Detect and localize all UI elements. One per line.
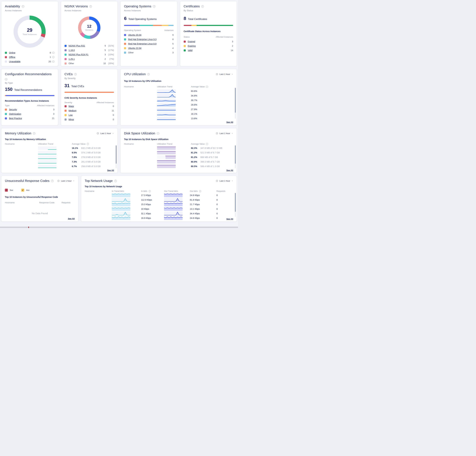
memory-average-percent: 9.5% xyxy=(72,151,81,154)
legend-item: NGINX Plus R31 9 (31%) xyxy=(65,44,114,48)
nginx-versions-legend: NGINX Plus R31 9 (31%) 1.18.0 5 (17%) NG… xyxy=(65,44,114,66)
info-icon[interactable] xyxy=(114,180,117,182)
info-icon[interactable] xyxy=(206,86,208,88)
requests-value: 0 xyxy=(216,208,233,210)
versions-total: 12 xyxy=(87,24,92,28)
info-icon[interactable] xyxy=(201,5,204,8)
info-icon[interactable] xyxy=(51,180,53,182)
in-trend-sparkline xyxy=(112,207,130,211)
5xx-checkbox[interactable] xyxy=(5,189,8,192)
version-count: 2 xyxy=(104,58,106,60)
color-swatch xyxy=(65,110,67,112)
info-icon[interactable] xyxy=(52,52,54,54)
responses-col-hostname: Hostname xyxy=(5,201,39,204)
os-list: Ubuntu 20.04 9 Red Hat Enterprise Linux … xyxy=(124,33,174,55)
memory-see-all-link[interactable]: See All xyxy=(107,169,114,171)
medium-link[interactable]: Medium xyxy=(69,109,76,112)
in-trend-sparkline xyxy=(112,203,130,206)
info-icon[interactable] xyxy=(206,143,208,145)
time-range-dropdown[interactable]: Last 1 hour xyxy=(216,132,233,135)
responses-section-title: Top 10 Instances by Unsuccessful Respons… xyxy=(5,196,75,198)
info-icon[interactable] xyxy=(52,60,54,63)
expired-link[interactable]: Expired xyxy=(188,40,195,43)
info-icon[interactable] xyxy=(157,132,159,135)
minor-link[interactable]: Minor xyxy=(69,118,74,121)
security-link[interactable]: Security xyxy=(9,108,17,111)
low-link[interactable]: Low xyxy=(69,114,73,116)
info-icon[interactable] xyxy=(22,5,24,8)
responses-see-all-link[interactable]: See All xyxy=(68,218,75,220)
disk-see-all-link[interactable]: See All xyxy=(226,169,233,171)
availability-donut-chart[interactable]: 29 Total Instances xyxy=(14,16,46,48)
clock-icon xyxy=(216,132,218,135)
info-icon[interactable] xyxy=(87,143,89,145)
vertical-scrollbar-thumb[interactable] xyxy=(116,145,117,164)
info-icon[interactable] xyxy=(147,73,150,76)
expiring-link[interactable]: Expiring xyxy=(188,45,196,47)
recommendation-row: Best Practice 21 xyxy=(5,116,54,120)
config-recs-table-header: Type Affected Instances xyxy=(5,104,54,107)
time-range-dropdown[interactable]: Last 1 hour xyxy=(216,180,233,182)
nginx-versions-donut-chart[interactable]: 12 Versions xyxy=(78,17,101,39)
color-swatch xyxy=(65,58,67,60)
info-icon[interactable] xyxy=(153,5,155,8)
vertical-scrollbar-thumb[interactable] xyxy=(235,193,236,212)
online-link[interactable]: Online xyxy=(9,51,15,54)
memory-row: 7.3% 281.6 MB of 3.8 GB xyxy=(5,159,114,164)
info-icon[interactable] xyxy=(89,5,92,8)
optimization-link[interactable]: Optimization xyxy=(9,113,21,115)
version-link[interactable]: 1.25.1 xyxy=(69,58,75,60)
memory-row: 16.1% 632.2 MB of 3.8 GB xyxy=(5,146,114,150)
os-link[interactable]: Ubuntu 22.04 xyxy=(128,47,141,49)
unavailable-link[interactable]: Unavailable xyxy=(9,60,20,63)
cve-col-left: Severity xyxy=(65,101,72,104)
vertical-scrollbar-thumb[interactable] xyxy=(235,88,236,113)
legend-item-offline: Offline 1 xyxy=(5,55,54,59)
os-link[interactable]: Ubuntu 20.04 xyxy=(128,34,141,36)
4xx-checkbox[interactable] xyxy=(21,189,24,192)
cve-col-right: Affected Instances xyxy=(96,101,114,104)
disk-col-hostname: Hostname xyxy=(124,143,157,145)
chevron-down-icon xyxy=(73,180,75,182)
cpu-see-all-link[interactable]: See All xyxy=(226,121,233,123)
certificates-total: 8 xyxy=(184,16,186,21)
vertical-scrollbar-thumb[interactable] xyxy=(235,145,236,164)
time-range-dropdown[interactable]: Last 1 hour xyxy=(97,132,114,135)
best-practice-link[interactable]: Best Practice xyxy=(9,117,22,120)
info-icon[interactable] xyxy=(74,73,77,76)
cpu-utilization-card: CPU Utilization Last 1 hour Top 10 Insta… xyxy=(120,69,237,125)
cpu-trend-sparkline xyxy=(157,94,176,97)
out-trend-sparkline xyxy=(164,212,183,215)
network-col-out-trend: Out Trend bit/s xyxy=(164,190,190,192)
info-icon[interactable] xyxy=(5,78,7,81)
in-value: 15.3 Kbps xyxy=(141,203,164,206)
memory-average-percent: 7.3% xyxy=(72,160,81,163)
os-row: Red Hat Enterprise Linux 9.3 8 xyxy=(124,37,174,42)
os-link[interactable]: Red Hat Enterprise Linux 9.3 xyxy=(128,38,156,41)
info-icon[interactable] xyxy=(149,190,151,192)
network-see-all-link[interactable]: See All xyxy=(225,218,233,220)
version-link[interactable]: NGINX Plus R31 xyxy=(69,44,85,47)
offline-link[interactable]: Offline xyxy=(9,56,15,58)
info-icon[interactable] xyxy=(33,132,35,135)
time-range-dropdown[interactable]: Last 1 hour xyxy=(57,180,75,182)
os-link[interactable]: Red Hat Enterprise Linux 8.9 xyxy=(128,42,156,45)
major-link[interactable]: Major xyxy=(69,105,74,108)
availability-card: Availability Across Instances 29 Total I… xyxy=(1,1,58,66)
time-range-dropdown[interactable]: Last 1 hour xyxy=(216,73,233,75)
network-row: 15.3 Kbps 21.7 Kbps 0 xyxy=(85,202,233,207)
major-count: 0 xyxy=(113,105,114,108)
disk-average-detail: 398.5 MB of 9.7 GB xyxy=(200,160,220,163)
horizontal-scrollbar-thumb[interactable] xyxy=(0,227,238,228)
cpu-row: 13.8% xyxy=(124,116,233,121)
info-icon[interactable] xyxy=(199,190,201,192)
valid-link[interactable]: Valid xyxy=(188,49,193,52)
disk-row: 82.3% 347.8 MB of 917.9 MB xyxy=(124,146,233,150)
info-icon[interactable] xyxy=(52,56,54,58)
out-trend-sparkline xyxy=(164,203,183,206)
horizontal-scrollbar-track[interactable] xyxy=(0,227,238,228)
availability-total: 29 xyxy=(27,28,32,33)
version-link[interactable]: 1.18.0 xyxy=(69,49,75,51)
memory-average-percent: 6.7% xyxy=(72,165,81,168)
version-link[interactable]: NGINX Plus R24 P1 xyxy=(69,53,88,56)
